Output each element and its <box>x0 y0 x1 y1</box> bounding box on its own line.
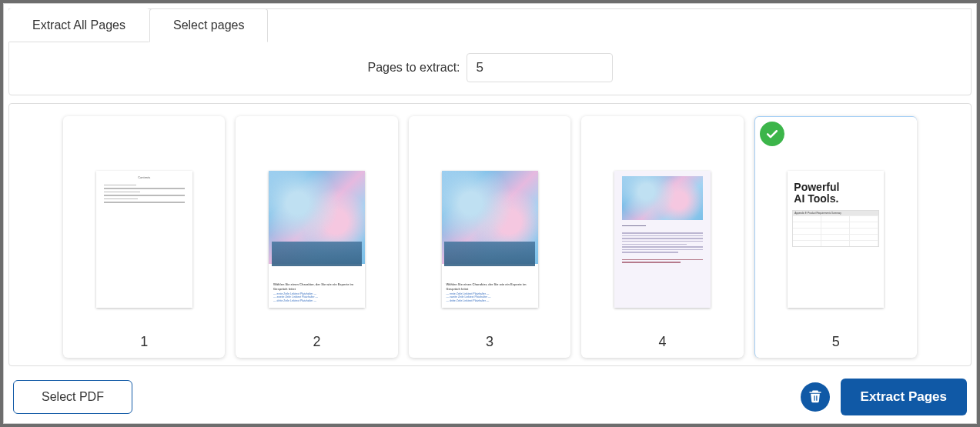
page-mini-4 <box>614 171 711 308</box>
page-preview: Wählen Sie einen Charakter, der Sie wie … <box>415 122 564 328</box>
page-number: 5 <box>832 328 840 350</box>
page-number: 1 <box>140 328 148 350</box>
select-pdf-button[interactable]: Select PDF <box>13 380 132 414</box>
page-mini-2: Wählen Sie einen Charakter, der Sie wie … <box>269 171 365 308</box>
page-preview <box>587 122 737 328</box>
extract-pages-button[interactable]: Extract Pages <box>841 379 967 415</box>
page-number: 4 <box>658 328 666 350</box>
trash-icon <box>808 389 823 406</box>
bottom-bar: Select PDF Extract Pages <box>8 374 972 419</box>
page-thumbnail[interactable]: Wählen Sie einen Charakter, der Sie wie … <box>409 116 570 358</box>
page-thumbnail[interactable]: 4 <box>581 116 743 358</box>
page-mini-5: PowerfulAI Tools. Appendix E: Product Re… <box>788 171 884 308</box>
tab-panel: Extract All Pages Select pages Pages to … <box>8 8 972 95</box>
pages-to-extract-label: Pages to extract: <box>367 61 460 75</box>
button-label: Select PDF <box>42 390 104 403</box>
thumbnails-panel: Contents 1 <box>8 103 972 366</box>
delete-button[interactable] <box>801 382 830 412</box>
page-mini-3: Wählen Sie einen Charakter, der Sie wie … <box>442 171 538 308</box>
page-thumbnail[interactable]: Contents 1 <box>63 116 225 358</box>
tab-strip: Extract All Pages Select pages <box>8 8 971 42</box>
page-mini-1: Contents <box>96 171 192 308</box>
page-preview: Contents <box>69 122 219 328</box>
page-thumbnail[interactable]: PowerfulAI Tools. Appendix E: Product Re… <box>754 116 917 358</box>
button-label: Extract Pages <box>861 389 947 404</box>
tab-extract-all[interactable]: Extract All Pages <box>8 8 149 42</box>
page-preview: Wählen Sie einen Charakter, der Sie wie … <box>242 122 391 328</box>
page-preview: PowerfulAI Tools. Appendix E: Product Re… <box>761 123 911 328</box>
pages-to-extract-row: Pages to extract: <box>9 42 971 85</box>
page-thumbnail[interactable]: Wählen Sie einen Charakter, der Sie wie … <box>236 116 397 358</box>
tab-label: Extract All Pages <box>32 18 125 32</box>
page-number: 3 <box>486 328 493 350</box>
tab-select-pages[interactable]: Select pages <box>149 8 269 42</box>
app-root: Extract All Pages Select pages Pages to … <box>3 3 977 424</box>
pages-to-extract-input[interactable] <box>467 53 613 82</box>
tab-label: Select pages <box>173 18 245 32</box>
selected-check-icon <box>760 122 784 146</box>
page-number: 2 <box>313 328 321 350</box>
